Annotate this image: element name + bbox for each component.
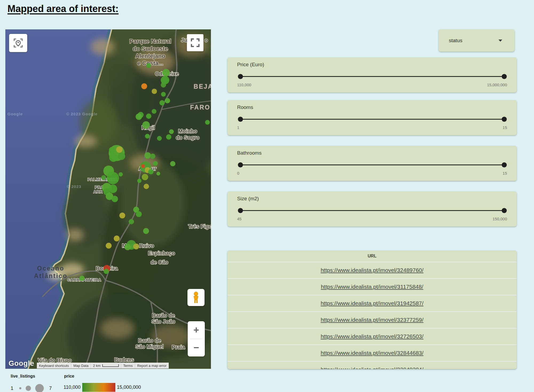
listing-marker[interactable]: [161, 82, 166, 88]
pegman-button[interactable]: [187, 289, 205, 306]
listing-marker[interactable]: [101, 175, 106, 180]
listing-link[interactable]: https://www.idealista.pt/imovel/32377259…: [321, 317, 423, 323]
listing-marker[interactable]: [118, 152, 125, 160]
slider-handle-min[interactable]: [238, 162, 243, 167]
size-dot-medium-icon: [26, 386, 31, 391]
listing-marker[interactable]: [104, 269, 109, 274]
listing-marker[interactable]: [166, 134, 171, 140]
slider-handle-max[interactable]: [502, 74, 507, 79]
color-legend-max: 15,000,000: [117, 385, 141, 390]
scale-label: 2 km: [93, 364, 100, 368]
listing-marker[interactable]: [129, 219, 134, 224]
slider-handle-max[interactable]: [502, 208, 507, 213]
listing-marker[interactable]: [106, 243, 112, 249]
listing-marker[interactable]: [107, 172, 119, 184]
listing-marker[interactable]: [124, 244, 131, 250]
listing-marker[interactable]: [109, 153, 118, 162]
filter-label: Size (m2): [237, 196, 259, 202]
filter-card-size: Size (m2) 45 150,000: [227, 191, 517, 226]
map-label: Alentejano: [135, 53, 165, 59]
listing-marker[interactable]: [161, 92, 166, 97]
map-label: © 2023: [67, 184, 81, 189]
listing-marker[interactable]: [142, 121, 150, 129]
listing-marker[interactable]: [153, 161, 158, 166]
google-logo[interactable]: Google: [9, 359, 34, 368]
slider-handle-min[interactable]: [238, 208, 243, 213]
fullscreen-button[interactable]: [187, 34, 203, 51]
listing-marker[interactable]: [136, 113, 142, 120]
listing-marker[interactable]: [152, 109, 156, 114]
keyboard-shortcuts-link[interactable]: Keyboard shortcuts: [37, 363, 71, 369]
focus-marker-button[interactable]: [9, 34, 27, 52]
zoom-out-button[interactable]: −: [188, 339, 205, 357]
listing-link[interactable]: https://www.idealista.pt/imovel/32049204…: [321, 366, 423, 369]
table-row: https://www.idealista.pt/imovel/32489760…: [227, 262, 517, 278]
listing-marker[interactable]: [133, 244, 139, 249]
listing-marker[interactable]: [141, 164, 145, 168]
slider-track[interactable]: [240, 119, 504, 120]
slider-track[interactable]: [240, 76, 504, 77]
listing-marker[interactable]: [137, 179, 142, 183]
listing-marker[interactable]: [152, 89, 157, 94]
listing-marker[interactable]: [159, 100, 165, 105]
slider-min-value: 0: [237, 171, 239, 175]
slider-min-value: 45: [237, 217, 242, 221]
listing-marker[interactable]: [142, 174, 148, 180]
listing-marker[interactable]: [144, 152, 151, 159]
terms-link[interactable]: Terms: [121, 363, 135, 369]
slider-handle-max[interactable]: [502, 162, 507, 167]
page-title: Mapped area of interest:: [7, 3, 119, 14]
slider-max-value: 15,000,000: [487, 83, 507, 87]
status-dropdown[interactable]: status: [439, 29, 515, 52]
listing-marker[interactable]: [150, 154, 155, 159]
listing-marker[interactable]: [136, 211, 142, 217]
filter-label: Rooms: [237, 104, 253, 110]
slider-handle-min[interactable]: [238, 74, 243, 79]
slider-track[interactable]: [240, 210, 504, 211]
report-map-error-link[interactable]: Report a map error: [135, 363, 169, 369]
map-label: Barão de: [152, 312, 175, 318]
listing-link[interactable]: https://www.idealista.pt/imovel/31942587…: [321, 300, 423, 307]
listing-link[interactable]: https://www.idealista.pt/imovel/31175848…: [321, 284, 423, 290]
listing-marker[interactable]: [79, 276, 85, 281]
map-label: São Miguel: [135, 344, 164, 350]
zoom-in-button[interactable]: +: [188, 321, 205, 339]
map-label: Praia: [172, 344, 185, 350]
listing-marker[interactable]: [165, 98, 170, 103]
listing-marker[interactable]: [144, 184, 149, 189]
listing-marker[interactable]: [141, 83, 147, 89]
listing-marker[interactable]: [169, 129, 174, 134]
listing-marker[interactable]: [119, 172, 123, 177]
slider-handle-max[interactable]: [502, 117, 507, 122]
listing-marker[interactable]: [146, 113, 151, 119]
listing-marker[interactable]: [156, 172, 160, 175]
listing-link[interactable]: https://www.idealista.pt/imovel/32844683…: [321, 350, 423, 356]
map-label: o: [205, 37, 208, 43]
slider-handle-min[interactable]: [238, 117, 243, 122]
listing-marker[interactable]: [170, 161, 175, 166]
bathrooms-range-slider: [240, 162, 504, 168]
listing-marker[interactable]: [119, 213, 125, 218]
listing-link[interactable]: https://www.idealista.pt/imovel/32489760…: [321, 267, 423, 273]
url-column-header: URL: [227, 250, 517, 262]
listing-marker[interactable]: [109, 147, 115, 153]
street-view-pegman-icon: [190, 291, 202, 304]
map-label: Google: [7, 112, 23, 116]
size-legend-min: 1: [11, 386, 13, 391]
map-data-link[interactable]: Map Data: [71, 363, 91, 369]
listing-marker[interactable]: [205, 120, 210, 125]
map-canvas[interactable]: Google© 2023 Google© 2023Parque Naturald…: [5, 29, 211, 369]
listing-marker[interactable]: [112, 196, 118, 202]
listing-marker[interactable]: [114, 236, 120, 241]
slider-track[interactable]: [240, 164, 504, 165]
listing-marker[interactable]: [146, 63, 151, 68]
table-row: https://www.idealista.pt/imovel/32377259…: [227, 311, 517, 328]
listing-marker[interactable]: [143, 228, 149, 234]
listing-marker[interactable]: [162, 69, 170, 76]
map-label: Espinhaço: [148, 250, 175, 256]
listing-link[interactable]: https://www.idealista.pt/imovel/32726503…: [321, 333, 423, 340]
listing-marker[interactable]: [145, 134, 150, 139]
listing-marker[interactable]: [148, 169, 154, 174]
listing-marker[interactable]: [116, 146, 123, 153]
listing-marker[interactable]: [157, 136, 162, 141]
